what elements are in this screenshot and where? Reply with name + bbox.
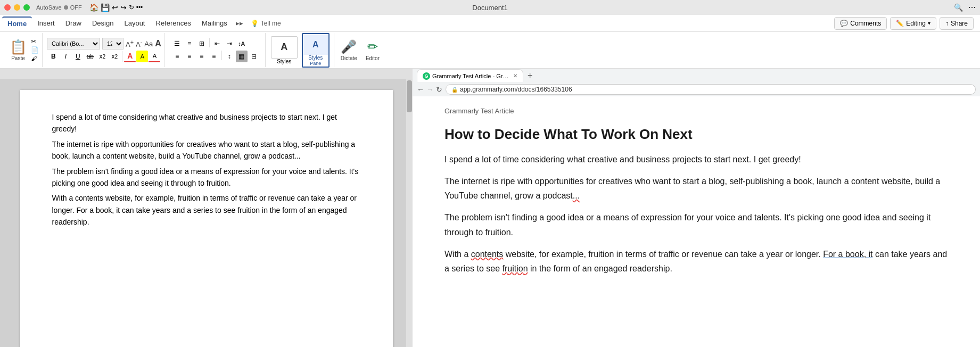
font-family-select[interactable]: Calibri (Bo... (47, 38, 100, 49)
address-input[interactable]: 🔒 app.grammarly.com/ddocs/1665335106 (446, 84, 976, 95)
italic-button[interactable]: I (60, 51, 71, 62)
comments-button[interactable]: 💬 Comments (834, 17, 887, 30)
dictate-label: Dictate (341, 55, 357, 61)
font-row: Calibri (Bo... 12 A+ A- Aa A (47, 38, 161, 49)
browser-chrome: G Grammarly Test Article - Gram... ✕ + ←… (413, 69, 980, 96)
back-button[interactable]: ← (417, 85, 424, 94)
comments-icon: 💬 (840, 20, 848, 27)
ribbon: Home Insert Draw Design Layout Reference… (0, 15, 980, 69)
highlight-button[interactable]: A (136, 51, 148, 62)
save-icon[interactable]: 💾 (101, 3, 110, 12)
autosave: AutoSave OFF (36, 4, 82, 11)
undo-icon[interactable]: ↩ (112, 3, 118, 12)
word-document-pane: I spend a lot of time considering what c… (0, 69, 413, 347)
increase-indent-button[interactable]: ⇥ (224, 38, 235, 49)
grammarly-tab[interactable]: G Grammarly Test Article - Gram... ✕ (417, 69, 523, 82)
redo-icon[interactable]: ↪ (120, 3, 127, 12)
lightbulb-icon[interactable]: 💡 Tell me (251, 20, 281, 27)
microphone-icon: 🎤 (341, 39, 357, 54)
multilevel-button[interactable]: ⊞ (196, 38, 208, 49)
browser-pane: G Grammarly Test Article - Gram... ✕ + ←… (413, 69, 980, 347)
minimize-button[interactable] (14, 4, 20, 11)
decrease-indent-button[interactable]: ⇤ (211, 38, 223, 49)
bullets-button[interactable]: ☰ (171, 38, 183, 49)
article-body: I spend a lot of time considering what c… (444, 152, 948, 276)
underline-button[interactable]: U (72, 51, 84, 62)
tab-title: Grammarly Test Article - Gram... (432, 73, 509, 79)
font-shrink-button[interactable]: A- (136, 38, 142, 49)
paste-button[interactable]: 📋 Paste (7, 38, 29, 62)
numbering-button[interactable]: ≡ (184, 38, 195, 49)
document-scroll-area[interactable]: I spend a lot of time considering what c… (0, 79, 413, 347)
paragraph-1[interactable]: I spend a lot of time considering what c… (52, 111, 361, 135)
reload-button[interactable]: ↻ (436, 85, 442, 94)
paragraph-3[interactable]: The problem isn't finding a good idea or… (52, 166, 361, 189)
share-label: Share (951, 20, 968, 27)
editing-button[interactable]: ✏️ Editing ▾ (890, 17, 936, 30)
clear-format-button[interactable]: Aa (144, 38, 153, 49)
paste-icon: 📋 (10, 39, 27, 55)
text-color-button[interactable]: A (149, 51, 160, 62)
tab-design[interactable]: Design (87, 17, 119, 29)
line-spacing-button[interactable]: ↕ (224, 51, 235, 62)
share-button[interactable]: ↑ Share (940, 17, 974, 30)
tab-layout[interactable]: Layout (119, 17, 150, 29)
format-painter-button[interactable]: 🖌 (31, 55, 39, 62)
dictate-button[interactable]: 🎤 Dictate (339, 38, 359, 62)
tab-close-button[interactable]: ✕ (513, 73, 517, 79)
quick-access-toolbar: 🏠 💾 ↩ ↪ ↻ ••• (89, 3, 143, 12)
align-row: ≡ ≡ ≡ ≡ ↕ ▦ ⊟ (171, 51, 260, 62)
sort-button[interactable]: ↕A (236, 38, 248, 49)
font-color-button[interactable]: A (124, 51, 136, 62)
font-group: Calibri (Bo... 12 A+ A- Aa A B I U ab x2 (44, 33, 165, 67)
paragraph-border-button[interactable]: ⊟ (248, 51, 260, 62)
ruler (0, 69, 413, 79)
align-left-button[interactable]: ≡ (171, 51, 183, 62)
align-right-button[interactable]: ≡ (196, 51, 208, 62)
share-icon[interactable]: ⋯ (968, 3, 976, 12)
search-icon[interactable]: 🔍 (954, 3, 963, 12)
more-icon[interactable]: ••• (136, 4, 143, 11)
forward-button[interactable]: → (426, 85, 434, 94)
editor-button[interactable]: ✏ Editor (364, 38, 382, 62)
scrollbar-thumb[interactable] (407, 80, 412, 112)
align-center-button[interactable]: ≡ (184, 51, 195, 62)
cut-button[interactable]: ✂ (31, 38, 39, 45)
bold-button[interactable]: B (47, 51, 59, 62)
new-tab-button[interactable]: + (524, 71, 536, 80)
font-case-button[interactable]: A (155, 38, 161, 49)
styles-pane-button[interactable]: A Styles Pane (302, 33, 330, 68)
styles-button[interactable]: A Styles (271, 36, 298, 64)
tab-references[interactable]: References (151, 17, 196, 29)
grammarly-paragraph-3: The problem isn't finding a good idea or… (444, 210, 948, 239)
styles-pane-label: Styles (308, 55, 323, 61)
superscript-button[interactable]: x2 (109, 51, 120, 62)
subscript-button[interactable]: x2 (96, 51, 108, 62)
tab-draw[interactable]: Draw (60, 17, 87, 29)
font-grow-button[interactable]: A+ (126, 38, 134, 49)
vertical-scrollbar[interactable] (406, 79, 413, 347)
close-button[interactable] (4, 4, 11, 11)
pencil-icon: ✏️ (896, 20, 904, 27)
autosave-toggle[interactable]: OFF (70, 4, 82, 11)
justify-button[interactable]: ≡ (208, 51, 220, 62)
maximize-button[interactable] (23, 4, 30, 11)
font-size-select[interactable]: 12 (102, 38, 123, 49)
tab-mailings[interactable]: Mailings (196, 17, 233, 29)
copy-button[interactable]: 📄 (31, 46, 39, 54)
tab-home[interactable]: Home (2, 16, 32, 30)
grammarly-content: Grammarly Test Article How to Decide Wha… (413, 96, 980, 347)
word-page[interactable]: I spend a lot of time considering what c… (20, 90, 393, 347)
home-icon[interactable]: 🏠 (89, 3, 98, 12)
tab-insert[interactable]: Insert (32, 17, 60, 29)
clipboard-group: 📋 Paste ✂ 📄 🖌 (4, 33, 43, 67)
paragraph-shading-button[interactable]: ▦ (236, 51, 248, 62)
tab-more[interactable]: ▸▸ (233, 17, 246, 29)
paragraph-2[interactable]: The internet is ripe with opportunities … (52, 138, 361, 162)
loop-icon[interactable]: ↻ (129, 4, 134, 11)
grammarly-favicon: G (423, 72, 430, 80)
ribbon-right-buttons: 💬 Comments ✏️ Editing ▾ ↑ Share (834, 17, 978, 30)
strikethrough-button[interactable]: ab (84, 51, 96, 62)
grammarly-paragraph-4: With a contents website, for example, fr… (444, 247, 948, 276)
paragraph-4[interactable]: With a contents website, for example, fr… (52, 192, 361, 228)
